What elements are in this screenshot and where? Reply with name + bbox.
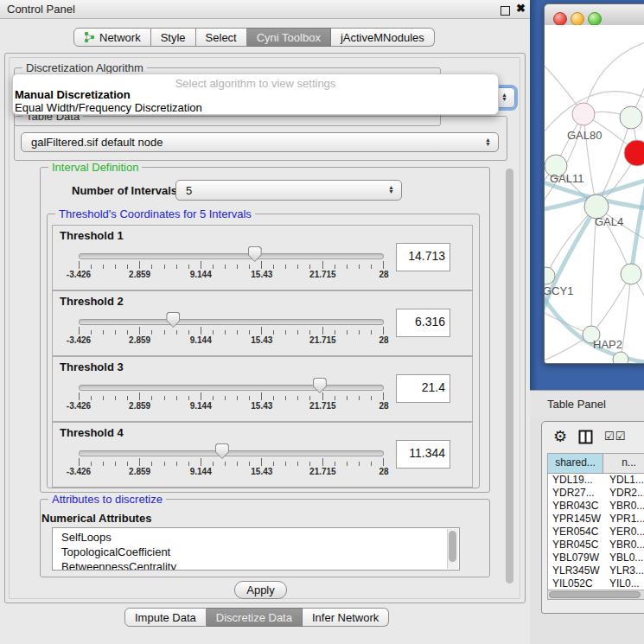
tab-discretize-data[interactable]: Discretize Data xyxy=(207,608,303,627)
tab-network[interactable]: Network xyxy=(73,28,151,47)
slider-ticks xyxy=(79,327,384,335)
algorithm-dropdown-popup: Select algorithm to view settings Manual… xyxy=(12,73,499,115)
threshold-1-box: Threshold 1 -3.4262.8599.14415.4321.7152… xyxy=(52,225,473,290)
node-bottom[interactable] xyxy=(613,352,628,364)
slider-thumb[interactable] xyxy=(215,443,229,459)
tick-label: 21.715 xyxy=(309,270,336,279)
column-header-shared-name[interactable]: shared... xyxy=(548,454,603,473)
slider-tick-labels: -3.4262.8599.14415.4321.71528 xyxy=(79,467,384,477)
tick-label: 28 xyxy=(379,335,388,345)
table-row[interactable]: YBR045CYBR0... xyxy=(548,539,644,552)
table-horizontal-scrollbar[interactable] xyxy=(547,590,644,600)
network-graph: GAL80 GA C GAL11 GAL4 GCY1 H HAP2 xyxy=(545,25,644,364)
tick-label: 2.859 xyxy=(129,401,150,411)
threshold-4-box: Threshold 4 -3.4262.8599.14415.4321.7152… xyxy=(52,422,473,488)
slider-track[interactable] xyxy=(79,450,384,456)
slider-track[interactable] xyxy=(79,385,384,391)
table-row[interactable]: YLR345WYLR3... xyxy=(548,564,644,577)
threshold-4-value-field[interactable]: 11.344 xyxy=(396,440,450,469)
control-panel-titlebar: Control Panel ✖ xyxy=(0,0,530,19)
tick-label: 21.715 xyxy=(309,467,336,476)
network-window-titlebar[interactable] xyxy=(545,4,644,26)
list-item-topologicalcoefficient[interactable]: TopologicalCoefficient xyxy=(53,545,459,559)
threshold-4-slider[interactable]: -3.4262.8599.14415.4321.71528 xyxy=(79,423,384,487)
split-columns-icon[interactable] xyxy=(578,430,593,444)
list-scrollbar[interactable] xyxy=(447,529,458,569)
slider-track[interactable] xyxy=(79,319,384,325)
gear-icon[interactable]: ⚙ xyxy=(553,427,567,445)
table-row[interactable]: YDR27...YDR2... xyxy=(548,487,644,500)
list-item-betweennesscentrality[interactable]: BetweennessCentrality xyxy=(53,559,459,571)
dropdown-option-manual[interactable]: Manual Discretization xyxy=(15,88,131,101)
network-view-window: GAL80 GA C GAL11 GAL4 GCY1 H HAP2 xyxy=(544,3,644,364)
list-item-selfloops[interactable]: SelfLoops xyxy=(53,528,459,545)
threshold-3-slider[interactable]: -3.4262.8599.14415.4321.71528 xyxy=(79,357,384,421)
slider-track[interactable] xyxy=(79,253,384,259)
minimize-traffic-light[interactable] xyxy=(571,12,584,26)
table-data-combobox[interactable]: galFiltered.sif default node ▲▼ xyxy=(21,132,499,152)
close-traffic-light[interactable] xyxy=(553,12,567,26)
apply-button[interactable]: Apply xyxy=(234,581,287,599)
screenshot-root: Control Panel ✖ Network Style Select Cyn… xyxy=(0,0,644,644)
attributes-group-label: Attributes to discretize xyxy=(48,493,166,506)
tab-select[interactable]: Select xyxy=(196,28,247,47)
threshold-2-slider[interactable]: -3.4262.8599.14415.4321.71528 xyxy=(79,291,384,355)
node-gal80[interactable] xyxy=(572,103,595,125)
tick-label: -3.426 xyxy=(67,270,91,279)
tick-label: 15.43 xyxy=(251,270,272,279)
threshold-1-slider[interactable]: -3.4262.8599.14415.4321.71528 xyxy=(79,226,384,290)
discretization-algorithm-label: Discretization Algorithm xyxy=(22,61,147,74)
tick-label: 9.144 xyxy=(190,335,212,345)
slider-ticks xyxy=(79,458,384,466)
tab-style[interactable]: Style xyxy=(151,28,196,47)
bottom-tab-bar: Impute Data Discretize Data Infer Networ… xyxy=(124,608,389,627)
node-top-right[interactable] xyxy=(620,106,642,129)
close-icon[interactable]: ✖ xyxy=(516,2,526,15)
table-row[interactable]: YBL079WYBL0... xyxy=(548,552,644,564)
tab-impute-data[interactable]: Impute Data xyxy=(124,608,207,627)
table-row[interactable]: YPR145WYPR1... xyxy=(548,513,644,526)
table-row[interactable]: YIL052CYIL0... xyxy=(548,577,644,590)
slider-tick-labels: -3.4262.8599.14415.4321.71528 xyxy=(79,270,384,280)
node-label-gal80: GAL80 xyxy=(567,129,602,142)
tab-infer-network[interactable]: Infer Network xyxy=(303,608,389,627)
network-canvas[interactable]: GAL80 GA C GAL11 GAL4 GCY1 H HAP2 xyxy=(545,25,644,364)
numerical-attributes-label: Numerical Attributes xyxy=(41,512,151,525)
number-of-intervals-combobox[interactable]: 5 ▲▼ xyxy=(175,180,402,201)
checkbox-icons[interactable]: ☑☑ xyxy=(604,430,626,443)
node-label-gcy1: GCY1 xyxy=(545,284,573,297)
table-header-row: shared... n... xyxy=(548,454,644,474)
slider-thumb[interactable] xyxy=(248,246,262,262)
threshold-3-value-field[interactable]: 21.4 xyxy=(396,374,450,403)
tick-label: -3.426 xyxy=(67,467,91,476)
tick-label: 15.43 xyxy=(251,467,272,476)
float-window-icon[interactable] xyxy=(501,6,510,16)
tick-label: -3.426 xyxy=(67,401,91,411)
tab-network-label: Network xyxy=(99,29,141,47)
tab-jactivemnodules[interactable]: jActiveMNodules xyxy=(331,28,435,47)
tick-label: 2.859 xyxy=(129,270,150,279)
panel-title: Control Panel xyxy=(7,3,75,16)
threshold-2-box: Threshold 2 -3.4262.8599.14415.4321.7152… xyxy=(52,290,473,356)
threshold-1-value-field[interactable]: 14.713 xyxy=(396,243,450,271)
threshold-2-value-field[interactable]: 6.316 xyxy=(396,309,450,337)
tab-cyni-toolbox[interactable]: Cyni Toolbox xyxy=(247,28,331,47)
slider-tick-labels: -3.4262.8599.14415.4321.71528 xyxy=(79,401,384,411)
dropdown-option-equal-width[interactable]: Equal Width/Frequency Discretization xyxy=(15,101,202,114)
combo-stepper-icon: ▲▼ xyxy=(485,138,491,147)
zoom-traffic-light[interactable] xyxy=(588,12,602,26)
number-of-intervals-value: 5 xyxy=(186,184,192,197)
table-row[interactable]: YER054CYER0... xyxy=(548,526,644,539)
tick-label: 28 xyxy=(379,270,388,279)
tick-label: 28 xyxy=(379,401,388,411)
node-h[interactable] xyxy=(621,264,641,284)
tick-label: 21.715 xyxy=(309,401,336,411)
panel-scrollbar[interactable] xyxy=(504,164,515,595)
column-header-name[interactable]: n... xyxy=(603,454,644,473)
slider-thumb[interactable] xyxy=(313,378,327,393)
number-of-intervals-label: Number of Intervals xyxy=(72,184,177,197)
slider-thumb[interactable] xyxy=(166,312,180,328)
table-panel-window: ⚙ ☑☑ shared... n... YDL19...YDL1... YDR2… xyxy=(541,421,644,614)
table-row[interactable]: YBR043CYBR0... xyxy=(548,500,644,513)
table-row[interactable]: YDL19...YDL1... xyxy=(548,474,644,487)
